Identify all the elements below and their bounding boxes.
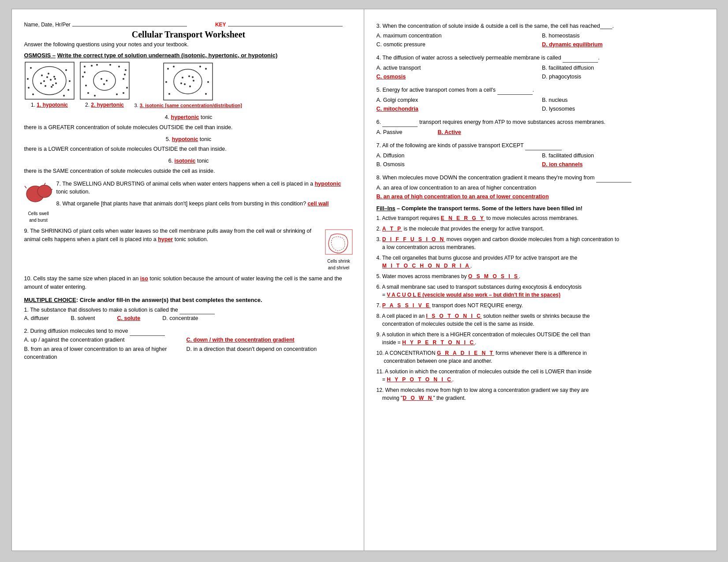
svg-point-18 (40, 82, 42, 84)
q4: 4. hypertonic tonic (24, 113, 353, 122)
svg-point-27 (125, 69, 127, 71)
svg-point-36 (84, 71, 86, 73)
fill8: 8. A cell placed in an I S O T O N I C s… (377, 312, 706, 328)
rq5: 5. Energy for active transport comes fro… (377, 86, 706, 113)
rq4-d: D. phagocytosis (542, 72, 706, 81)
q7-end: tonic solution. (56, 189, 90, 195)
q7-block: Cells swelland burst 7. The SWELLING AND… (24, 180, 353, 224)
svg-point-28 (82, 76, 84, 78)
svg-point-40 (101, 78, 102, 80)
svg-point-47 (165, 81, 167, 83)
q5-text: 5. (166, 136, 170, 142)
svg-point-5 (67, 89, 69, 91)
rq4: 4. The diffusion of water across a selec… (377, 53, 706, 81)
worksheet-page: Name, Date, Hr/Per KEY Cellular Transpor… (11, 9, 717, 551)
osmosis-section: OSMOSIS – Write the correct type of solu… (24, 52, 353, 108)
rq5-c: C. mitochondria (377, 104, 541, 113)
name-underline (72, 26, 187, 26)
svg-point-33 (94, 95, 96, 97)
q9-answer: hyper (158, 236, 173, 242)
svg-line-63 (44, 183, 45, 185)
svg-point-58 (180, 82, 182, 84)
rq3-d: D. dynamic equilibrium (542, 40, 706, 49)
mc1: 1. The substance that dissolves to make … (24, 306, 353, 323)
fill7: 7. P A S S I V E transport does NOT REQU… (377, 301, 706, 309)
osmosis-instruction: Write the correct type of solution under… (57, 52, 278, 59)
fill11: 11. A solution in which the concentratio… (377, 368, 706, 383)
rq6-b: B. Active (438, 128, 461, 137)
mc2-b: B. from an area of lower concentration t… (24, 345, 182, 362)
svg-point-8 (27, 78, 29, 80)
rq6-choices: A. Passive B. Active (377, 128, 706, 137)
svg-point-54 (188, 75, 190, 77)
svg-line-62 (25, 186, 26, 188)
svg-point-19 (54, 78, 56, 80)
q6-text: 6. (168, 158, 173, 164)
mc2-left-col: A. up / against the concentration gradie… (24, 336, 182, 361)
svg-point-52 (199, 66, 201, 67)
rq7-b: B. facilitated diffusion (542, 151, 706, 160)
diagram-2-svg (79, 61, 130, 100)
fill10: 10. A CONCENTRATION G R A D I E N T form… (377, 349, 706, 365)
q4-text: 4. (165, 114, 169, 120)
name-line: Name, Date, Hr/Per KEY (24, 22, 353, 28)
svg-point-34 (116, 93, 118, 95)
svg-point-51 (173, 66, 175, 67)
svg-point-10 (41, 74, 43, 76)
svg-point-59 (192, 76, 194, 78)
rq3-a: A. maximum concentration (377, 31, 541, 40)
left-column: Name, Date, Hr/Per KEY Cellular Transpor… (12, 9, 364, 551)
svg-point-3 (65, 69, 67, 71)
rq4-choices: A. active transport C. osmosis B. facili… (377, 63, 706, 81)
svg-point-39 (109, 64, 111, 66)
q5-answer: hypotonic (172, 136, 198, 142)
rq8-b: B. an area of high concentration to an a… (377, 192, 706, 201)
diagram-1-svg (24, 61, 75, 100)
diagram-1: 1. 1. hypotonic (24, 61, 75, 108)
q6-detail: there is the SAME concentration of solut… (24, 167, 353, 175)
mc-section: MULTIPLE CHOICE: Circle and/or fill-in t… (24, 297, 353, 362)
rq7-a: A. Diffusion (377, 151, 541, 160)
rq4-b: B. facilitated diffusion (542, 63, 706, 72)
rq3: 3. When the concentration of solute insi… (377, 22, 706, 49)
mc2-d: D. in a direction that doesn't depend on… (187, 345, 344, 354)
svg-point-20 (46, 76, 48, 78)
q9-block: Cells shrinkand shrivel 9. The SHRINKING… (24, 227, 353, 271)
page-title: Cellular Transport Worksheet (24, 30, 353, 40)
subtitle: Answer the following questions using you… (24, 41, 353, 48)
q6: 6. isotonic tonic (24, 157, 353, 165)
q7-answer: hypotonic (315, 181, 341, 187)
mc2: 2. During diffusion molecules tend to mo… (24, 327, 353, 361)
svg-point-7 (63, 95, 65, 97)
diagram-2: 2. 2. hypertonic (79, 61, 130, 108)
diagram-3: 3. 3. isotonic [same concentration/distr… (134, 62, 242, 108)
rq5-a: A. Golgi complex (377, 96, 541, 104)
q6-answer: isotonic (175, 158, 196, 164)
fill6: 6. A small membrane sac used to transpor… (377, 283, 706, 299)
svg-point-61 (37, 185, 52, 197)
rq7-d: D. ion channels (542, 160, 706, 169)
rq6-a: A. Passive (377, 128, 403, 137)
svg-rect-65 (325, 230, 352, 254)
svg-point-55 (193, 80, 194, 82)
svg-point-4 (28, 87, 30, 89)
name-label: Name, Date, Hr/Per (24, 22, 71, 28)
svg-point-48 (207, 81, 209, 83)
diagram-1-label: 1. 1. hypotonic (31, 102, 68, 108)
svg-point-29 (85, 85, 87, 86)
diagram-2-label: 2. 2. hypertonic (85, 102, 124, 108)
cells-shrink-svg (325, 229, 353, 255)
q9-end: tonic solution. (175, 236, 208, 242)
rq7-c: B. Osmosis (377, 160, 541, 169)
mc1-a: A. diffuser (24, 314, 49, 323)
mc1-question: 1. The substance that dissolves to make … (24, 306, 353, 315)
svg-point-41 (106, 80, 108, 82)
right-column: 3. When the concentration of solute insi… (364, 9, 717, 551)
osmosis-header-text: OSMOSIS – (24, 52, 56, 59)
mc-header: MULTIPLE CHOICE: Circle and/or fill-in t… (24, 297, 353, 303)
q8-text: 8. What organelle [that plants have that… (24, 200, 353, 208)
rq4-c: C. osmosis (377, 72, 541, 81)
mc2-blank (130, 327, 165, 336)
svg-point-31 (126, 87, 128, 89)
q6-rest: tonic (197, 158, 209, 164)
